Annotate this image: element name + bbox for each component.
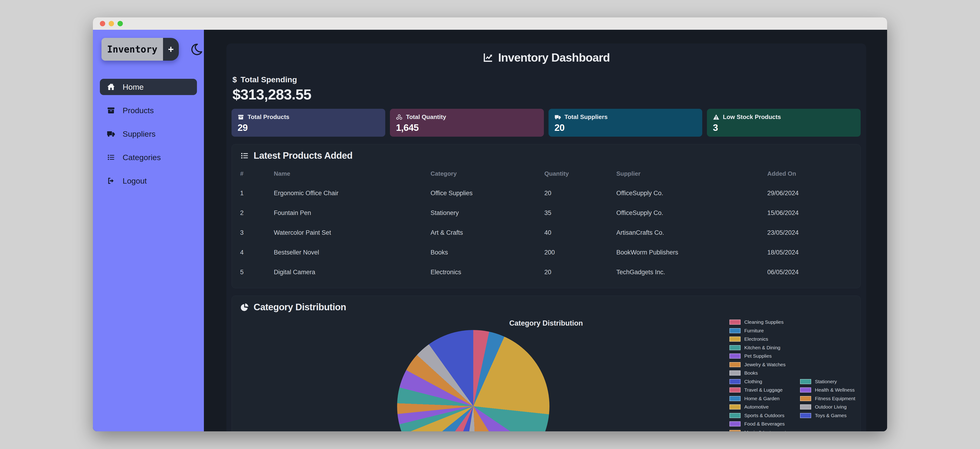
legend-item-clothing[interactable]: Clothing [729, 379, 762, 385]
table-cell: BookWorm Publishers [616, 243, 767, 262]
legend-label: Furniture [744, 328, 764, 334]
logo-plus-button[interactable]: + [163, 38, 179, 61]
legend-item-outdoor-living[interactable]: Outdoor Living [800, 404, 847, 410]
table-cell: 29/06/2024 [767, 183, 852, 203]
total-spending-label-row: $ Total Spending [232, 75, 861, 84]
column-header-added-on: Added On [767, 166, 852, 183]
legend-label: Home & Garden [744, 396, 780, 401]
stat-card-label: Low Stock Products [723, 113, 781, 121]
latest-products-table: #NameCategoryQuantitySupplierAdded On 1E… [240, 166, 852, 282]
table-cell: ArtisanCrafts Co. [616, 223, 767, 243]
stat-card-label: Total Quantity [406, 113, 446, 121]
window-close-button[interactable] [100, 21, 105, 26]
legend-item-kitchen-dining[interactable]: Kitchen & Dining [729, 345, 780, 351]
legend-item-books[interactable]: Books [729, 370, 758, 376]
legend-swatch [729, 328, 741, 333]
stat-card-total-products: Total Products29 [232, 109, 385, 137]
legend-swatch [729, 404, 741, 409]
stat-card-value: 29 [237, 123, 379, 133]
legend-swatch [729, 413, 741, 418]
latest-products-panel: Latest Products Added #NameCategoryQuant… [232, 144, 861, 288]
stat-card-total-suppliers: Total Suppliers20 [549, 109, 702, 137]
sidebar-item-products[interactable]: Products [100, 102, 197, 118]
legend-swatch [729, 387, 741, 393]
box-icon [107, 106, 115, 115]
column-header-num: # [240, 166, 274, 183]
table-cell: Fountain Pen [274, 203, 431, 223]
legend-swatch [729, 430, 741, 431]
sidebar-item-categories[interactable]: Categories [100, 149, 197, 165]
table-row: 4Bestseller NovelBooks200BookWorm Publis… [240, 243, 852, 262]
legend-item-electronics[interactable]: Electronics [729, 336, 768, 342]
table-cell: 2 [240, 203, 274, 223]
legend-item-home-garden[interactable]: Home & Garden [729, 396, 780, 402]
table-cell: 15/06/2024 [767, 203, 852, 223]
legend-swatch [729, 353, 741, 359]
legend-item-cleaning-supplies[interactable]: Cleaning Supplies [729, 319, 784, 325]
legend-swatch [800, 379, 811, 384]
legend-label: Stationery [815, 379, 837, 384]
sidebar-item-label: Home [123, 83, 144, 91]
sidebar-item-label: Categories [123, 153, 161, 162]
stat-card-total-quantity: Total Quantity1,645 [390, 109, 544, 137]
legend-label: Fitness Equipment [815, 396, 855, 401]
legend-label: Pet Supplies [744, 353, 772, 359]
table-row: 3Watercolor Paint SetArt & Crafts40Artis… [240, 223, 852, 243]
table-cell: 20 [544, 262, 616, 282]
legend-label: Clothing [744, 379, 762, 384]
table-cell: TechGadgets Inc. [616, 262, 767, 282]
stat-card-label: Total Suppliers [565, 113, 608, 121]
moon-icon [190, 43, 204, 56]
legend-item-sports-outdoors[interactable]: Sports & Outdoors [729, 412, 784, 419]
pie-chart[interactable] [397, 330, 549, 431]
page-title: Inventory Dashboard [232, 51, 861, 64]
chart-line-icon [482, 52, 493, 63]
column-header-name: Name [274, 166, 431, 183]
total-spending-label: Total Spending [240, 75, 297, 84]
sidebar: Inventory + HomeProductsSuppliersCategor… [93, 30, 204, 431]
sidebar-nav: HomeProductsSuppliersCategoriesLogout [93, 79, 204, 189]
stat-card-label-row: Total Suppliers [555, 113, 696, 121]
table-cell: 4 [240, 243, 274, 262]
legend-item-toys-games[interactable]: Toys & Games [800, 412, 847, 419]
legend-item-automotive[interactable]: Automotive [729, 404, 769, 410]
sidebar-item-logout[interactable]: Logout [100, 173, 197, 189]
table-cell: Electronics [431, 262, 544, 282]
legend-label: Toys & Games [815, 413, 847, 418]
table-cell: Watercolor Paint Set [274, 223, 431, 243]
window-zoom-button[interactable] [118, 21, 123, 26]
table-cell: 40 [544, 223, 616, 243]
legend-item-music-instruments[interactable]: Music & Instruments [729, 430, 788, 431]
legend-swatch [800, 413, 811, 418]
window-minimize-button[interactable] [109, 21, 114, 26]
legend-item-health-wellness[interactable]: Health & Wellness [800, 387, 854, 393]
legend-item-food-beverages[interactable]: Food & Beverages [729, 421, 785, 427]
sidebar-item-label: Products [123, 106, 154, 115]
legend-item-stationery[interactable]: Stationery [800, 379, 837, 385]
legend-item-fitness-equipment[interactable]: Fitness Equipment [800, 396, 855, 402]
legend-item-pet-supplies[interactable]: Pet Supplies [729, 353, 772, 359]
sidebar-item-suppliers[interactable]: Suppliers [100, 126, 197, 142]
legend-label: Jewelry & Watches [744, 362, 786, 368]
category-distribution-title: Category Distribution [240, 302, 852, 312]
legend-swatch [729, 396, 741, 401]
page-title-text: Inventory Dashboard [498, 51, 610, 64]
legend-item-travel-luggage[interactable]: Travel & Luggage [729, 387, 783, 393]
dashboard-panel: Inventory Dashboard $ Total Spending $31… [226, 43, 866, 431]
legend-item-jewelry-watches[interactable]: Jewelry & Watches [729, 362, 786, 368]
legend-swatch [800, 396, 811, 401]
legend-label: Food & Beverages [744, 421, 785, 427]
table-cell: 18/05/2024 [767, 243, 852, 262]
sidebar-item-home[interactable]: Home [100, 79, 197, 95]
sidebar-item-label: Suppliers [123, 129, 156, 139]
legend-label: Books [744, 370, 758, 376]
app-logo[interactable]: Inventory + [102, 38, 179, 61]
table-cell: 3 [240, 223, 274, 243]
legend-item-furniture[interactable]: Furniture [729, 328, 764, 334]
legend-swatch [729, 371, 741, 375]
truck-icon [107, 130, 115, 138]
legend-label: Kitchen & Dining [744, 345, 780, 350]
dark-mode-toggle[interactable] [190, 43, 204, 56]
legend-label: Music & Instruments [744, 430, 788, 431]
table-cell: Ergonomic Office Chair [274, 183, 431, 203]
